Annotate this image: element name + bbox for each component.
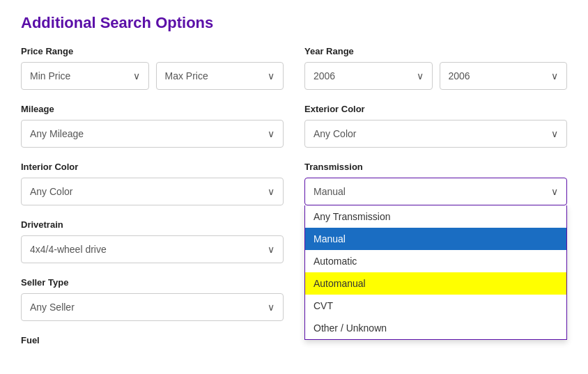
- exterior-color-group: Exterior Color Any Color ∨: [304, 104, 567, 148]
- transmission-dropdown: Any Transmission Manual Automatic Automa…: [304, 205, 567, 340]
- exterior-color-select[interactable]: Any Color ∨: [304, 120, 567, 148]
- exterior-color-value: Any Color: [314, 128, 356, 139]
- interior-color-chevron: ∨: [268, 186, 274, 197]
- year-to-value: 2006: [449, 70, 470, 81]
- seller-type-group: Seller Type Any Seller ∨: [21, 277, 284, 321]
- transmission-option-automatic[interactable]: Automatic: [305, 250, 566, 272]
- max-price-value: Max Price: [165, 70, 208, 81]
- year-range-group: Year Range 2006 ∨ 2006 ∨: [304, 46, 567, 90]
- mileage-group: Mileage Any Mileage ∨: [21, 104, 284, 148]
- seller-type-value: Any Seller: [30, 302, 75, 313]
- transmission-option-any[interactable]: Any Transmission: [305, 205, 566, 228]
- year-to-chevron: ∨: [551, 70, 558, 81]
- year-from-chevron: ∨: [417, 70, 424, 81]
- price-range-group: Price Range Min Price ∨ Max Price ∨: [21, 46, 284, 90]
- exterior-color-chevron: ∨: [551, 128, 558, 139]
- seller-type-label: Seller Type: [21, 277, 284, 288]
- transmission-select[interactable]: Manual ∨: [304, 178, 567, 205]
- fuel-group: Fuel: [21, 335, 284, 351]
- seller-type-select[interactable]: Any Seller ∨: [21, 293, 284, 321]
- year-range-label: Year Range: [304, 46, 567, 56]
- year-from-value: 2006: [314, 70, 335, 81]
- year-to-select[interactable]: 2006 ∨: [440, 62, 568, 90]
- drivetrain-label: Drivetrain: [21, 219, 284, 230]
- mileage-label: Mileage: [21, 104, 284, 114]
- transmission-value: Manual: [314, 186, 346, 197]
- interior-color-select[interactable]: Any Color ∨: [21, 178, 284, 205]
- fuel-label: Fuel: [21, 335, 284, 345]
- transmission-option-manual[interactable]: Manual: [305, 228, 566, 250]
- seller-type-chevron: ∨: [268, 302, 274, 313]
- transmission-option-other[interactable]: Other / Unknown: [305, 317, 566, 339]
- min-price-select[interactable]: Min Price ∨: [21, 62, 149, 90]
- transmission-chevron: ∨: [551, 186, 558, 197]
- drivetrain-value: 4x4/4-wheel drive: [30, 244, 107, 255]
- mileage-chevron: ∨: [268, 128, 274, 139]
- year-from-select[interactable]: 2006 ∨: [304, 62, 433, 90]
- drivetrain-select[interactable]: 4x4/4-wheel drive ∨: [21, 235, 284, 263]
- drivetrain-chevron: ∨: [268, 244, 274, 255]
- price-range-label: Price Range: [21, 46, 284, 56]
- min-price-value: Min Price: [30, 70, 70, 81]
- transmission-group: Transmission Manual ∨ Any Transmission M…: [304, 162, 567, 205]
- transmission-option-automanual[interactable]: Automanual: [305, 272, 566, 295]
- min-price-chevron: ∨: [133, 70, 140, 81]
- interior-color-label: Interior Color: [21, 162, 284, 172]
- max-price-select[interactable]: Max Price ∨: [156, 62, 284, 90]
- transmission-label: Transmission: [304, 162, 567, 172]
- mileage-value: Any Mileage: [30, 128, 84, 139]
- transmission-option-cvt[interactable]: CVT: [305, 295, 566, 317]
- exterior-color-label: Exterior Color: [304, 104, 567, 114]
- page-title: Additional Search Options: [21, 14, 567, 32]
- interior-color-value: Any Color: [30, 186, 72, 197]
- drivetrain-group: Drivetrain 4x4/4-wheel drive ∨: [21, 219, 284, 263]
- max-price-chevron: ∨: [268, 70, 274, 81]
- interior-color-group: Interior Color Any Color ∨: [21, 162, 284, 205]
- mileage-select[interactable]: Any Mileage ∨: [21, 120, 284, 148]
